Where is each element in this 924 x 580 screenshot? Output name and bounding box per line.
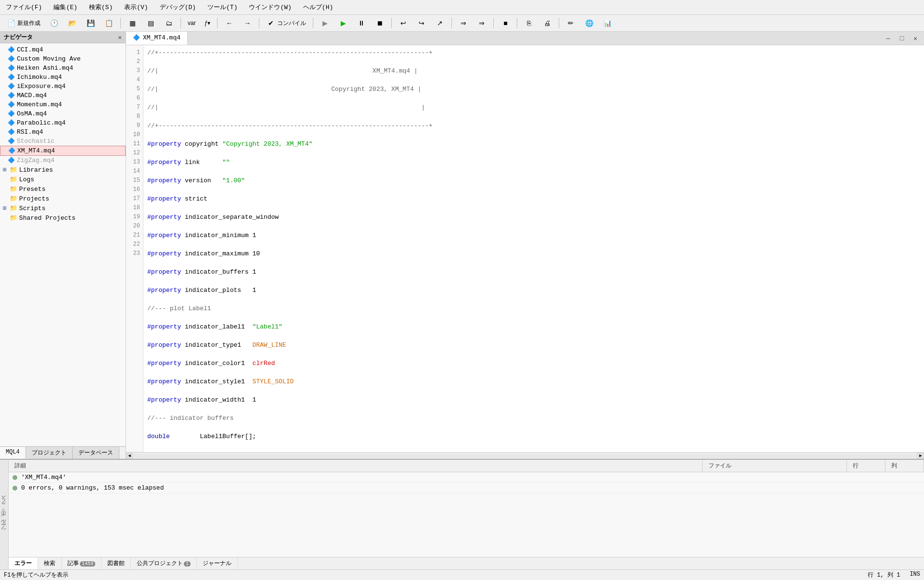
tree-item-momentum[interactable]: 🔷 Momentum.mq4 — [0, 100, 126, 109]
editor-close-button[interactable]: ✕ — [911, 34, 920, 43]
tree-item-osma[interactable]: 🔷 OsMA.mq4 — [0, 109, 126, 118]
tree-folder-projects[interactable]: ⊞ 📁 Projects — [0, 194, 126, 203]
var-button[interactable]: var — [184, 18, 199, 28]
menu-file[interactable]: ファイル(F) — [4, 2, 44, 13]
save-button[interactable]: 💾 — [82, 16, 99, 30]
tree-item-stochastic[interactable]: 🔷 Stochastic — [0, 137, 126, 146]
status-help-text: F1を押してヘルプを表示 — [4, 571, 68, 579]
bp2-icon: ⇒ — [477, 18, 487, 28]
code-editor[interactable]: 1 2 3 4 5 6 7 8 9 10 11 12 13 14 15 16 1… — [126, 45, 924, 452]
view1-icon: ▦ — [128, 18, 137, 28]
navigator-tree[interactable]: 🔷 CCI.mq4 🔷 Custom Moving Ave 🔷 Heiken A… — [0, 43, 126, 446]
run-button[interactable]: ▶ — [335, 16, 351, 30]
step-over-button[interactable]: ↩ — [395, 16, 411, 30]
globe-icon: 🌐 — [584, 18, 594, 28]
tree-folder-scripts[interactable]: ⊞ 📁 Scripts — [0, 203, 126, 213]
tree-item-label: Stochastic — [17, 138, 54, 145]
stop-button[interactable]: ⏹ — [372, 16, 388, 30]
stop2-button[interactable]: ■ — [497, 16, 513, 30]
pen-button[interactable]: ✏ — [563, 16, 579, 30]
forward-button[interactable]: → — [239, 16, 256, 30]
scroll-left-button[interactable]: ◀ — [126, 453, 133, 459]
menu-help[interactable]: ヘルプ(H) — [301, 2, 335, 13]
output-dot-1 — [13, 475, 17, 480]
menu-search[interactable]: 検索(S) — [87, 2, 115, 13]
view3-button[interactable]: 🗂 — [161, 16, 177, 30]
tree-item-macd[interactable]: 🔷 MACD.mq4 — [0, 91, 126, 100]
tree-folder-libraries[interactable]: ⊞ 📁 Libraries — [0, 165, 126, 175]
compile-button[interactable]: ✔ コンパイル — [263, 16, 309, 30]
scroll-right-button[interactable]: ▶ — [917, 453, 924, 459]
expand-icon: ⊞ — [3, 195, 7, 202]
back-button[interactable]: ← — [221, 16, 237, 30]
maximize-button[interactable]: □ — [897, 34, 907, 43]
tab-public-projects[interactable]: 公共プロジェクト1 — [131, 557, 197, 569]
play-button[interactable]: ▶ — [317, 16, 333, 30]
tree-item-label: MACD.mq4 — [17, 92, 47, 99]
step-out-button[interactable]: ↗ — [432, 16, 448, 30]
tree-item-xm-mt4[interactable]: 🔷 XM_MT4.mq4 — [0, 146, 126, 156]
output-row-2: 0 errors, 0 warnings, 153 msec elapsed — [9, 483, 924, 493]
view2-button[interactable]: ▤ — [142, 16, 159, 30]
bottom-panel-header: 詳細 ファイル 行 列 — [9, 460, 924, 472]
save-as-button[interactable]: 📋 — [101, 16, 117, 30]
menu-tools[interactable]: ツール(T) — [205, 2, 239, 13]
tab-library[interactable]: 図書館 — [102, 557, 131, 569]
tab-journal[interactable]: ジャーナル — [197, 557, 238, 569]
expand-icon: ⊞ — [3, 185, 7, 193]
step-into-button[interactable]: ↪ — [413, 16, 430, 30]
tree-item-rsi[interactable]: 🔷 RSI.mq4 — [0, 127, 126, 137]
file-icon: 🔷 — [8, 64, 15, 72]
open-button[interactable]: 📂 — [64, 16, 80, 30]
open-recent-button[interactable]: 🕐 — [46, 16, 62, 30]
expand-icon: ⊞ — [3, 176, 7, 183]
navigator-close-button[interactable]: ✕ — [118, 34, 122, 41]
print-button[interactable]: 🖨 — [539, 16, 555, 30]
tree-folder-presets[interactable]: ⊞ 📁 Presets — [0, 184, 126, 194]
new-icon: 📄 — [6, 18, 16, 28]
tree-item-iexposure[interactable]: 🔷 iExposure.mq4 — [0, 82, 126, 91]
step-into-icon: ↪ — [417, 18, 426, 28]
copy2-button[interactable]: ⎘ — [521, 16, 537, 30]
chart-button[interactable]: 📊 — [599, 16, 616, 30]
tree-item-ichimoku[interactable]: 🔷 Ichimoku.mq4 — [0, 73, 126, 82]
view1-button[interactable]: ▦ — [124, 16, 141, 30]
tab-error[interactable]: エラー — [9, 557, 38, 569]
bp2-button[interactable]: ⇒ — [474, 16, 490, 30]
tree-item-label: CCI.mq4 — [17, 46, 43, 53]
tree-item-custom-moving[interactable]: 🔷 Custom Moving Ave — [0, 54, 126, 63]
tree-item-cci[interactable]: 🔷 CCI.mq4 — [0, 45, 126, 54]
nav-tab-project[interactable]: プロジェクト — [26, 447, 73, 459]
tree-item-parabolic[interactable]: 🔷 Parabolic.mq4 — [0, 118, 126, 127]
scroll-track[interactable] — [133, 454, 917, 458]
menu-view[interactable]: 表示(V) — [122, 2, 150, 13]
tree-folder-shared[interactable]: ⊞ 📁 Shared Projects — [0, 213, 126, 223]
main-layout: ナビゲータ ✕ 🔷 CCI.mq4 🔷 Custom Moving Ave 🔷 … — [0, 32, 924, 459]
tree-item-heiken[interactable]: 🔷 Heiken Ashi.mq4 — [0, 63, 126, 73]
nav-tab-mql4[interactable]: MQL4 — [0, 447, 26, 459]
navigator-tabs: MQL4 プロジェクト データベース — [0, 446, 126, 459]
func-button[interactable]: ƒ▾ — [201, 18, 214, 28]
tree-folder-logs[interactable]: ⊞ 📁 Logs — [0, 175, 126, 184]
new-label: 新規作成 — [17, 19, 40, 27]
minimize-button[interactable]: — — [883, 34, 893, 43]
navigator-title: ナビゲータ — [4, 33, 33, 41]
toolbar: 📄 新規作成 🕐 📂 💾 📋 ▦ ▤ 🗂 var ƒ▾ ← → ✔ コンパイル … — [0, 15, 924, 32]
globe-button[interactable]: 🌐 — [581, 16, 597, 30]
bp1-button[interactable]: ⇒ — [455, 16, 472, 30]
menu-debug[interactable]: デバッグ(D) — [158, 2, 198, 13]
tab-search[interactable]: 検索 — [38, 557, 62, 569]
code-content[interactable]: //+-------------------------------------… — [143, 45, 924, 452]
tree-item-label: RSI.mq4 — [17, 128, 43, 136]
editor-tab-xm[interactable]: 🔷 XM_MT4.mq4 — [126, 32, 188, 45]
menu-window[interactable]: ウインドウ(W) — [247, 2, 293, 13]
menu-edit[interactable]: 編集(E) — [51, 2, 79, 13]
tab-articles[interactable]: 記事1459 — [62, 557, 102, 569]
file-icon: 🔷 — [8, 119, 15, 126]
nav-tab-database[interactable]: データベース — [73, 447, 119, 459]
file-icon: 🔷 — [8, 55, 15, 63]
new-button[interactable]: 📄 新規作成 — [3, 16, 44, 30]
pause-button[interactable]: ⏸ — [353, 16, 370, 30]
horizontal-scrollbar[interactable]: ◀ ▶ — [126, 452, 924, 459]
tree-item-zigzag[interactable]: 🔷 ZigZag.mq4 — [0, 156, 126, 165]
